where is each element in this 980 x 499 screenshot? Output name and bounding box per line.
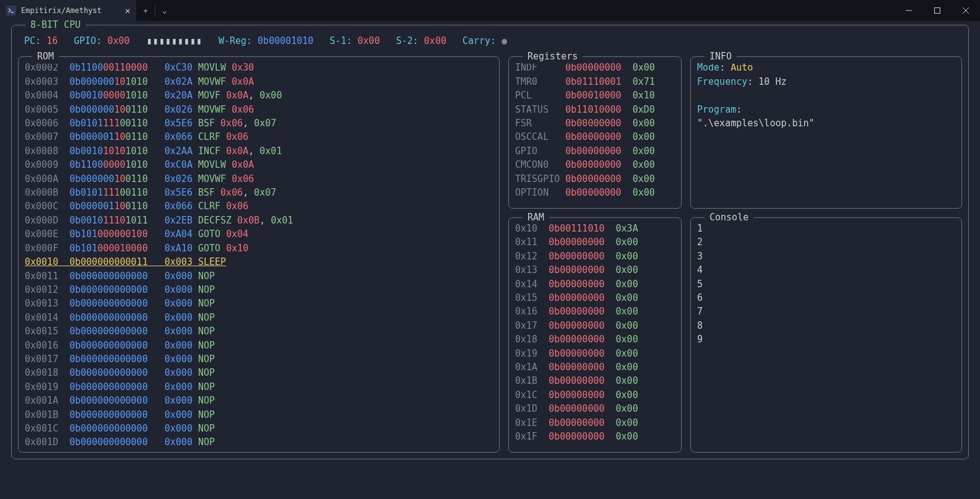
rom-row: 0x000A 0b000000100110 0x026 MOVWF 0x06 [25,172,493,186]
tab-title: Empitirix/Amethyst [21,4,102,17]
s2-value: 0x00 [424,35,446,46]
rom-row: 0x0015 0b000000000000 0x000 NOP [25,324,493,338]
ram-row: 0x18 0b00000000 0x00 [515,332,675,346]
ram-row: 0x1B 0b00000000 0x00 [515,374,675,388]
registers-panel: Registers INDF 0b00000000 0x00TMR0 0b011… [508,56,682,208]
rom-row: 0x0017 0b000000000000 0x000 NOP [25,352,493,366]
gpio-bars: ▮▮▮▮▮▮▮▮▮ [147,35,202,46]
close-tab-icon[interactable]: ✕ [125,4,130,17]
ram-row: 0x12 0b00000000 0x00 [515,250,675,263]
register-row: TRISGPIO 0b00000000 0x00 [515,172,675,186]
rom-row: 0x000B 0b010111100110 0x5E6 BSF 0x06, 0x… [25,186,493,199]
register-row: CMCON0 0b00000000 0x00 [515,158,675,171]
gpio-value: 0x00 [107,35,129,46]
rom-row: 0x0010 0b000000000011 0x003 SLEEP [25,255,493,269]
ram-row: 0x16 0b00000000 0x00 [515,305,675,318]
rom-row: 0x0003 0b000000101010 0x02A MOVWF 0x0A [25,75,493,89]
mode-value: Auto [731,62,753,73]
rom-row: 0x0007 0b000001100110 0x066 CLRF 0x06 [25,130,493,144]
ram-row: 0x19 0b00000000 0x00 [515,347,675,360]
carry-indicator: ● [501,35,507,46]
console-line: 7 [697,305,955,318]
ram-row: 0x1F 0b00000000 0x00 [515,430,675,443]
rom-row: 0x0002 0b110000110000 0xC30 MOVLW 0x30 [25,61,493,74]
info-panel: INFO Mode: Auto Frequency: 10 Hz Program… [690,56,962,208]
info-title: INFO [705,50,737,63]
s1-value: 0x00 [358,35,380,46]
status-line: PC: 16 GPIO: 0x00 ▮▮▮▮▮▮▮▮▮ W-Reg: 0b000… [18,34,962,53]
freq-value: 10 Hz [758,76,786,87]
registers-title: Registers [523,50,583,63]
console-line: 8 [697,319,955,332]
program-value: ".\examples\loop.bin" [697,118,815,129]
terminal-icon [6,6,16,15]
pc-value: 16 [46,35,58,46]
rom-row: 0x0009 0b110000001010 0xC0A MOVLW 0x0A [25,158,493,171]
wreg-label: W-Reg: [219,35,252,46]
gpio-label: GPIO: [74,35,102,46]
rom-row: 0x001B 0b000000000000 0x000 NOP [25,408,493,422]
tab-dropdown-icon[interactable]: ⌄ [155,4,173,17]
program-label: Program [697,104,736,115]
rom-row: 0x0014 0b000000000000 0x000 NOP [25,311,493,324]
ram-row: 0x1C 0b00000000 0x00 [515,388,675,402]
console-line: 2 [697,235,955,249]
rom-row: 0x000D 0b001011101011 0x2EB DECFSZ 0x0B,… [25,214,493,227]
register-row: STATUS 0b11010000 0xD0 [515,103,675,116]
register-row: PCL 0b00010000 0x10 [515,89,675,102]
rom-panel: ROM 0x0002 0b110000110000 0xC30 MOVLW 0x… [18,56,500,452]
carry-label: Carry: [462,35,496,46]
rom-row: 0x0019 0b000000000000 0x000 NOP [25,380,493,394]
console-line: 5 [697,277,955,291]
wreg-value: 0b00001010 [258,35,313,46]
cpu-title: 8-BIT CPU [25,18,85,32]
svg-rect-0 [935,8,940,14]
console-line: 6 [697,291,955,305]
new-tab-button[interactable]: ＋ [136,4,155,17]
close-window-button[interactable] [952,0,980,21]
register-row: FSR 0b00000000 0x00 [515,116,675,130]
rom-row: 0x0008 0b001010101010 0x2AA INCF 0x0A, 0… [25,144,493,158]
minimize-button[interactable] [895,0,923,21]
console-title: Console [705,210,753,224]
ram-row: 0x17 0b00000000 0x00 [515,319,675,332]
ram-row: 0x13 0b00000000 0x00 [515,263,675,277]
ram-row: 0x15 0b00000000 0x00 [515,291,675,305]
rom-row: 0x0005 0b000000100110 0x026 MOVWF 0x06 [25,103,493,116]
rom-row: 0x0016 0b000000000000 0x000 NOP [25,339,493,352]
rom-row: 0x0006 0b010111100110 0x5E6 BSF 0x06, 0x… [25,116,493,130]
console-line: 9 [697,332,955,346]
maximize-button[interactable] [923,0,952,21]
console-line: 4 [697,263,955,277]
freq-label: Frequency [697,76,747,87]
console-panel: Console 123456789 [690,217,962,453]
register-row: GPIO 0b00000000 0x00 [515,144,675,158]
ram-row: 0x11 0b00000000 0x00 [515,235,675,249]
register-row: OPTION 0b00000000 0x00 [515,186,675,199]
console-line: 3 [697,250,955,263]
rom-row: 0x0011 0b000000000000 0x000 NOP [25,269,493,283]
ram-row: 0x14 0b00000000 0x00 [515,277,675,291]
pc-label: PC: [24,35,41,46]
ram-title: RAM [523,210,549,224]
rom-row: 0x0018 0b000000000000 0x000 NOP [25,366,493,380]
rom-row: 0x000C 0b000001100110 0x066 CLRF 0x06 [25,199,493,213]
rom-row: 0x001C 0b000000000000 0x000 NOP [25,422,493,435]
rom-row: 0x001A 0b000000000000 0x000 NOP [25,394,493,407]
rom-row: 0x0004 0b001000001010 0x20A MOVF 0x0A, 0… [25,89,493,102]
rom-row: 0x0013 0b000000000000 0x000 NOP [25,297,493,310]
s2-label: S-2: [396,35,418,46]
register-row: OSCCAL 0b00000000 0x00 [515,130,675,144]
rom-row: 0x000F 0b101000010000 0xA10 GOTO 0x10 [25,241,493,255]
titlebar: Empitirix/Amethyst ✕ ＋ ⌄ [0,0,980,21]
rom-title: ROM [32,50,59,63]
cpu-panel: 8-BIT CPU PC: 16 GPIO: 0x00 ▮▮▮▮▮▮▮▮▮ W-… [11,25,969,459]
register-row: TMR0 0b01110001 0x71 [515,75,675,89]
rom-row: 0x001D 0b000000000000 0x000 NOP [25,435,493,449]
ram-row: 0x1D 0b00000000 0x00 [515,402,675,415]
ram-panel: RAM 0x10 0b00111010 0x3A0x11 0b00000000 … [508,217,682,453]
rom-row: 0x0012 0b000000000000 0x000 NOP [25,283,493,297]
s1-label: S-1: [329,35,352,46]
mode-label: Mode [697,62,719,73]
ram-row: 0x1A 0b00000000 0x00 [515,360,675,374]
